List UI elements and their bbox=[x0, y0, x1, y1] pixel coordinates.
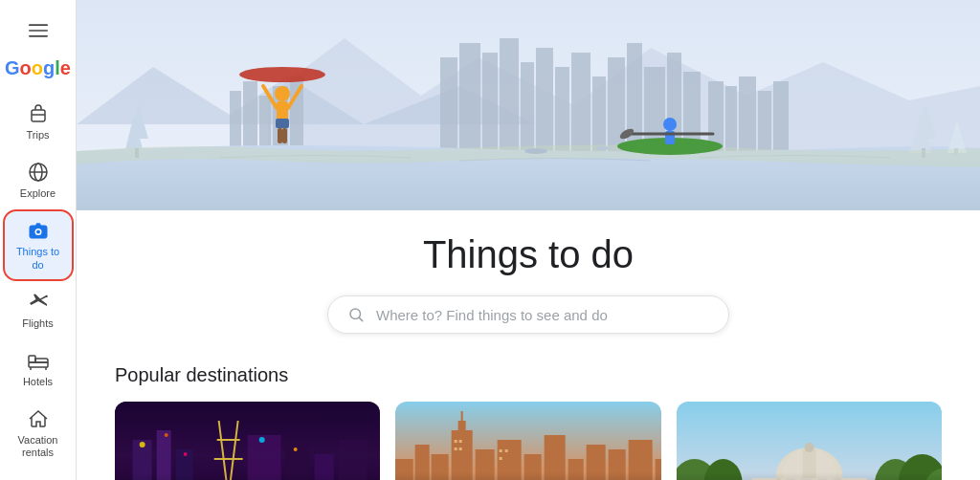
svg-rect-16 bbox=[440, 57, 457, 153]
svg-rect-98 bbox=[459, 447, 462, 450]
sidebar: Google Trips Explore Things to do bbox=[0, 0, 77, 480]
sidebar-item-things-to-do[interactable]: Things to do bbox=[5, 211, 72, 278]
svg-rect-2 bbox=[29, 35, 48, 37]
washington-overlay: Washington, D.C. U.S. capital & home to … bbox=[677, 472, 942, 480]
search-icon bbox=[347, 306, 365, 323]
svg-point-68 bbox=[140, 442, 145, 447]
svg-point-56 bbox=[524, 148, 547, 154]
svg-point-10 bbox=[36, 230, 40, 234]
popular-destinations-section: Popular destinations bbox=[115, 364, 942, 480]
las-vegas-overlay: Las Vegas The Strip, casinos & gourmet d… bbox=[115, 472, 380, 480]
new-york-image bbox=[395, 402, 660, 480]
destinations-grid: Las Vegas The Strip, casinos & gourmet d… bbox=[115, 402, 942, 480]
svg-point-50 bbox=[239, 67, 325, 82]
sidebar-item-flights-label: Flights bbox=[22, 317, 53, 330]
svg-rect-12 bbox=[29, 356, 35, 362]
svg-point-72 bbox=[294, 447, 298, 451]
main-content: Things to do Where to? Find things to se… bbox=[77, 0, 980, 480]
svg-point-109 bbox=[804, 443, 813, 452]
svg-rect-38 bbox=[758, 91, 771, 153]
svg-point-43 bbox=[275, 86, 290, 101]
sidebar-item-flights[interactable]: Flights bbox=[5, 283, 72, 338]
svg-rect-83 bbox=[458, 421, 466, 435]
svg-point-69 bbox=[165, 433, 168, 437]
svg-line-59 bbox=[359, 317, 362, 320]
destination-card-new-york[interactable]: New York Statue of Liberty, skyscrapers … bbox=[395, 402, 660, 480]
sidebar-item-vacation-rentals-label: Vacation rentals bbox=[11, 434, 66, 459]
new-york-overlay: New York Statue of Liberty, skyscrapers … bbox=[395, 472, 660, 480]
svg-rect-1 bbox=[29, 30, 48, 32]
svg-rect-31 bbox=[243, 81, 257, 153]
svg-rect-101 bbox=[500, 457, 502, 460]
svg-point-57 bbox=[595, 146, 611, 150]
hero-svg bbox=[77, 0, 980, 210]
svg-rect-0 bbox=[29, 24, 48, 26]
hero-illustration bbox=[77, 0, 980, 210]
search-bar[interactable]: Where to? Find things to see and do bbox=[327, 295, 729, 334]
svg-rect-45 bbox=[276, 119, 289, 128]
las-vegas-image bbox=[115, 402, 380, 480]
svg-rect-84 bbox=[461, 411, 463, 423]
svg-point-52 bbox=[663, 118, 677, 131]
svg-rect-21 bbox=[536, 48, 553, 153]
globe-icon bbox=[27, 161, 50, 184]
plane-icon bbox=[27, 291, 50, 314]
svg-rect-32 bbox=[259, 96, 271, 153]
svg-rect-24 bbox=[592, 76, 606, 153]
svg-rect-18 bbox=[482, 53, 498, 153]
svg-rect-30 bbox=[230, 91, 241, 153]
sidebar-item-hotels[interactable]: Hotels bbox=[5, 341, 72, 396]
hamburger-icon bbox=[29, 21, 48, 40]
svg-rect-97 bbox=[455, 447, 457, 450]
svg-rect-39 bbox=[773, 81, 789, 153]
sidebar-item-explore-label: Explore bbox=[20, 187, 56, 200]
svg-rect-96 bbox=[459, 440, 462, 443]
svg-point-70 bbox=[184, 452, 188, 456]
page-title: Things to do bbox=[115, 233, 942, 276]
house-icon bbox=[27, 407, 50, 430]
svg-rect-95 bbox=[455, 440, 457, 443]
svg-rect-17 bbox=[459, 43, 480, 153]
svg-rect-20 bbox=[521, 62, 534, 153]
sidebar-item-vacation-rentals[interactable]: Vacation rentals bbox=[5, 400, 72, 467]
google-logo: Google bbox=[5, 57, 71, 79]
destination-card-washington-dc[interactable]: Washington, D.C. U.S. capital & home to … bbox=[677, 402, 942, 480]
menu-button[interactable] bbox=[19, 11, 57, 50]
svg-rect-23 bbox=[571, 53, 590, 153]
bed-icon bbox=[27, 349, 50, 372]
svg-rect-46 bbox=[278, 128, 282, 143]
svg-rect-37 bbox=[739, 76, 756, 153]
sidebar-item-trips-label: Trips bbox=[26, 129, 49, 142]
search-placeholder: Where to? Find things to see and do bbox=[376, 307, 608, 323]
svg-rect-44 bbox=[277, 101, 288, 120]
svg-rect-99 bbox=[500, 449, 502, 452]
camera-icon bbox=[27, 219, 50, 242]
washington-image bbox=[677, 402, 942, 480]
destination-card-las-vegas[interactable]: Las Vegas The Strip, casinos & gourmet d… bbox=[115, 402, 380, 480]
svg-rect-22 bbox=[555, 67, 569, 153]
svg-rect-19 bbox=[500, 38, 519, 153]
svg-rect-47 bbox=[282, 128, 287, 143]
svg-rect-100 bbox=[505, 449, 508, 452]
svg-rect-36 bbox=[725, 86, 737, 153]
content-area: Things to do Where to? Find things to se… bbox=[77, 233, 980, 480]
search-bar-container: Where to? Find things to see and do bbox=[115, 295, 942, 334]
suitcase-icon bbox=[27, 102, 50, 125]
sidebar-item-things-to-do-label: Things to do bbox=[11, 246, 66, 271]
sidebar-item-trips[interactable]: Trips bbox=[5, 95, 72, 149]
svg-rect-3 bbox=[32, 110, 45, 121]
popular-destinations-title: Popular destinations bbox=[115, 364, 942, 386]
svg-point-71 bbox=[259, 437, 265, 443]
sidebar-item-hotels-label: Hotels bbox=[23, 376, 53, 388]
sidebar-item-explore[interactable]: Explore bbox=[5, 153, 72, 207]
